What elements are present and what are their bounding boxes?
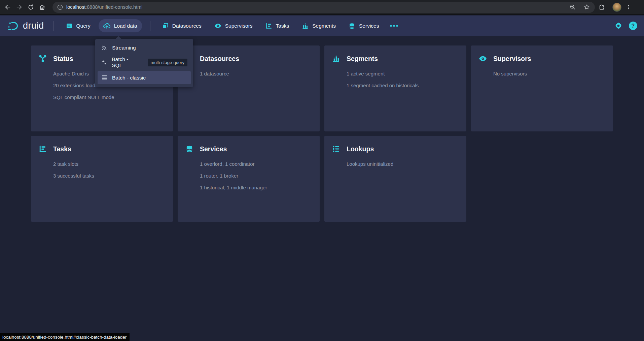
gantt-tasks-icon [39,145,47,153]
nav-label: Datasources [172,23,202,29]
url-host: localhost [66,4,85,10]
upload-cloud-icon [103,22,110,29]
card-line: SQL compliant NULL mode [53,94,166,101]
nav-more-button[interactable] [387,21,401,31]
menu-item-batch-classic[interactable]: Batch - classic [98,71,191,84]
menu-item-streaming[interactable]: Streaming [98,42,191,54]
reload-button[interactable] [25,1,36,13]
tasks-card[interactable]: Tasks 2 task slots 3 successful tasks [31,136,173,222]
eye-icon [214,22,221,29]
segments-chart-icon [302,23,309,29]
supervisors-card[interactable]: Supervisors No supervisors [471,45,613,131]
chrome-separator [609,4,609,10]
home-button[interactable] [36,1,48,13]
arrow-right-icon [15,3,23,11]
zoom-page-button[interactable] [570,4,576,10]
nav-item-services[interactable]: Services [344,20,384,32]
card-line: 3 successful tasks [53,172,166,179]
druid-brand[interactable]: druid [7,21,44,31]
card-title: Tasks [53,145,71,153]
nav-label: Services [359,23,379,29]
segments-card[interactable]: Segments 1 active segment 1 segment cach… [324,45,466,131]
nav-label: Load data [114,23,137,29]
extensions-button[interactable] [598,4,605,11]
card-line: 1 overlord, 1 coordinator [200,160,313,167]
menu-item-label: Streaming [112,45,136,51]
url-text: localhost:8888/unified-console.html [66,4,143,10]
settings-button[interactable] [615,22,622,30]
nav-item-load-data[interactable]: Load data [99,19,142,32]
card-title: Status [53,55,73,63]
database-icon [349,23,355,29]
druid-navbar: druid Query Load data Datasources Superv… [0,16,644,36]
services-card[interactable]: Services 1 overlord, 1 coordinator 1 rou… [178,136,320,222]
segments-chart-icon [332,55,340,63]
menu-button[interactable] [625,3,632,11]
load-data-menu: Streaming Batch - SQL multi-stage-query … [95,39,193,87]
druid-wordmark: druid [23,21,44,31]
menu-item-label: Batch - SQL [112,56,139,68]
status-molecule-icon [39,55,47,63]
chrome-right-controls [598,3,636,12]
nav-label: Tasks [276,23,289,29]
nav-item-datasources[interactable]: Datasources [157,20,206,32]
kebab-menu-icon [625,3,632,11]
link-preview-tooltip: localhost:8888/unified-console.html#clas… [0,333,130,341]
browser-chrome: localhost:8888/unified-console.html [0,0,644,15]
card-line: 1 historical, 1 middle manager [200,184,313,191]
home-icon [39,4,46,11]
arrow-left-icon [4,3,11,11]
lookups-list-icon [332,145,340,153]
nav-item-supervisors[interactable]: Supervisors [210,19,257,32]
forward-button[interactable] [13,1,25,13]
card-title: Datasources [200,55,239,63]
card-line: 1 router, 1 broker [200,172,313,179]
streaming-feed-icon [101,44,108,51]
database-icon [185,145,193,153]
link-preview-text: localhost:8888/unified-console.html#clas… [2,335,127,340]
nav-item-tasks[interactable]: Tasks [261,20,294,32]
back-button[interactable] [2,1,13,13]
profile-avatar[interactable] [612,3,621,12]
card-line: 1 active segment [347,70,460,77]
card-title: Segments [347,55,378,63]
card-line: 1 datasource [200,70,313,77]
help-glyph: ? [632,23,635,29]
gear-icon [615,22,622,30]
lookups-card[interactable]: Lookups Lookups uninitialized [324,136,466,222]
card-line: Lookups uninitialized [347,160,460,167]
help-button[interactable]: ? [629,22,637,30]
magnifier-icon [570,4,576,10]
nav-label: Supervisors [225,23,253,29]
bookmark-button[interactable] [583,4,590,10]
url-bar[interactable]: localhost:8888/unified-console.html [52,2,595,13]
info-icon [57,4,63,10]
navbar-divider [53,21,54,31]
star-icon [583,4,590,10]
eye-icon [479,55,487,63]
navbar-right-controls: ? [615,22,637,30]
card-title: Services [200,145,227,153]
navbar-divider [150,21,150,31]
menu-item-label: Batch - classic [112,75,146,81]
nav-item-segments[interactable]: Segments [297,20,341,32]
card-line: 2 task slots [53,160,166,167]
gantt-tasks-icon [265,23,272,29]
datasources-card[interactable]: Datasources 1 datasource [178,45,320,131]
puzzle-icon [598,4,605,11]
nav-label: Query [76,23,91,29]
list-lines-icon [101,74,108,81]
druid-logo-icon [7,21,20,31]
nav-label: Segments [312,23,336,29]
card-title: Supervisors [493,55,531,63]
card-title: Lookups [347,145,374,153]
menu-item-batch-sql[interactable]: Batch - SQL multi-stage-query [98,54,191,71]
nav-item-query[interactable]: Query [61,20,95,32]
reload-icon [27,4,34,11]
sparkles-icon [101,59,107,66]
multi-stage-query-tag: multi-stage-query [148,59,187,66]
query-icon [66,23,73,29]
url-path: :8888/unified-console.html [85,4,142,10]
card-line: 1 segment cached on historicals [347,82,460,89]
card-line: No supervisors [493,70,606,77]
